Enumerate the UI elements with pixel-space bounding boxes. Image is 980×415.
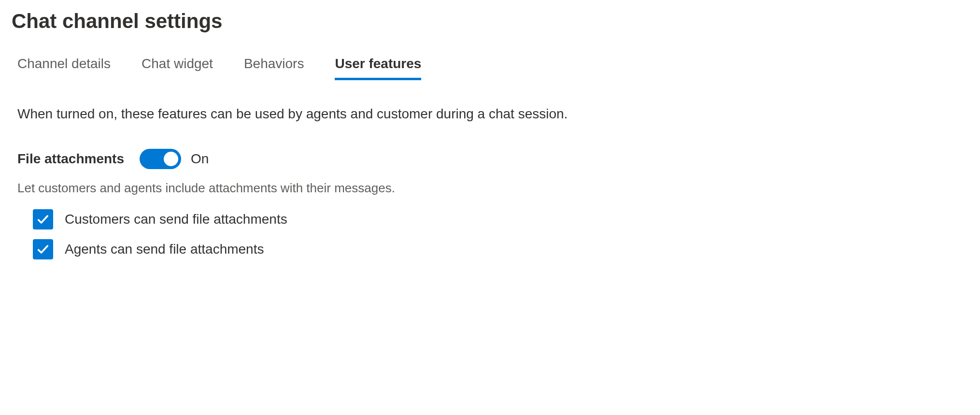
file-attachments-header-row: File attachments On [17,149,968,169]
check-icon [36,243,50,256]
checkbox-agents-send[interactable] [33,239,53,259]
tab-description: When turned on, these features can be us… [12,106,968,122]
toggle-knob-icon [164,152,178,166]
file-attachments-toggle[interactable] [140,149,181,169]
tab-channel-details[interactable]: Channel details [17,56,111,79]
tab-behaviors[interactable]: Behaviors [244,56,304,79]
checkbox-row-agents: Agents can send file attachments [33,239,968,259]
file-attachments-label: File attachments [17,151,124,167]
tab-chat-widget[interactable]: Chat widget [142,56,213,79]
file-attachments-options: Customers can send file attachments Agen… [17,209,968,259]
tab-user-features[interactable]: User features [335,56,421,79]
file-attachments-help: Let customers and agents include attachm… [17,181,968,196]
page-title: Chat channel settings [12,10,968,33]
checkbox-customers-send[interactable] [33,209,53,229]
tabs: Channel details Chat widget Behaviors Us… [12,56,968,79]
checkbox-row-customers: Customers can send file attachments [33,209,968,229]
file-attachments-toggle-wrap: On [140,149,209,169]
file-attachments-toggle-state: On [191,151,209,167]
checkbox-label-customers: Customers can send file attachments [65,212,287,227]
check-icon [36,213,50,226]
file-attachments-section: File attachments On Let customers and ag… [12,149,968,259]
checkbox-label-agents: Agents can send file attachments [65,242,264,257]
